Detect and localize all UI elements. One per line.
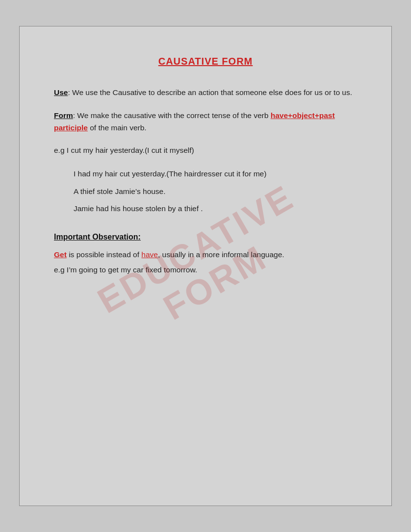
- eg5-section: e.g I’m going to get my car fixed tomorr…: [54, 264, 357, 276]
- eg1-text: e.g I cut my hair yesterday.(I cut it my…: [54, 146, 194, 154]
- form-text-after: of the main verb.: [88, 123, 147, 132]
- eg2-section: I had my hair cut yesterday.(The hairdre…: [54, 168, 357, 180]
- eg5-text: e.g I’m going to get my car fixed tomorr…: [54, 266, 197, 274]
- important-obs-label: Important Observation:: [54, 233, 357, 242]
- get-label: Get: [54, 250, 67, 259]
- use-text: : We use the Causative to describe an ac…: [68, 88, 352, 97]
- get-text-middle: is possible instead of: [67, 250, 142, 259]
- form-text-before: : We make the causative with the correct…: [73, 111, 271, 120]
- page-title: CAUSATIVE FORM: [54, 56, 357, 67]
- eg4-section: Jamie had his house stolen by a thief .: [54, 202, 357, 215]
- form-label: Form: [54, 111, 73, 120]
- eg3-section: A thief stole Jamie’s house.: [54, 185, 357, 198]
- get-text-end: , usually in a more informal language.: [158, 250, 284, 259]
- have-label: have: [141, 250, 158, 259]
- use-label: Use: [54, 88, 68, 97]
- important-obs-container: Important Observation: Get is possible i…: [54, 233, 357, 276]
- eg3-text: A thief stole Jamie’s house.: [74, 187, 166, 195]
- eg4-text: Jamie had his house stolen by a thief .: [74, 204, 203, 213]
- eg1-section: e.g I cut my hair yesterday.(I cut it my…: [54, 145, 357, 157]
- page-container: EDUCATIVEFORM CAUSATIVE FORM Use: We use…: [19, 26, 392, 506]
- use-section: Use: We use the Causative to describe an…: [54, 87, 357, 99]
- get-section: Get is possible instead of have, usually…: [54, 248, 357, 261]
- form-section: Form: We make the causative with the cor…: [54, 110, 357, 134]
- eg2-text: I had my hair cut yesterday.(The hairdre…: [74, 169, 266, 178]
